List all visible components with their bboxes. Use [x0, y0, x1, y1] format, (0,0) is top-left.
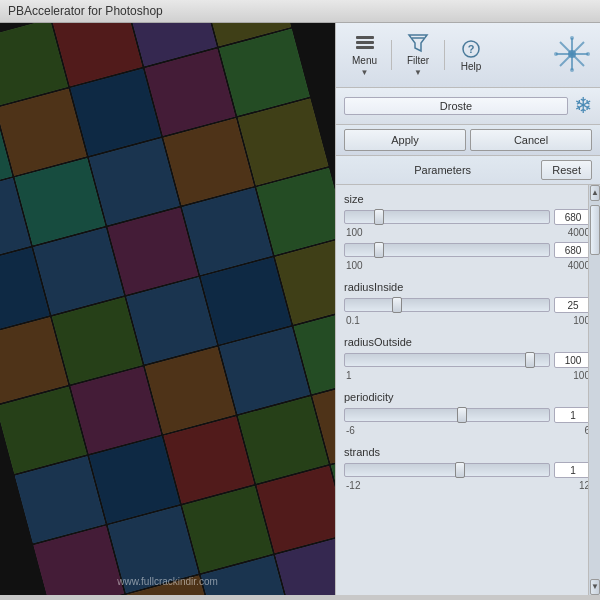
help-icon: ? [459, 39, 483, 59]
param-group-strands: strands 1 -12 12 [344, 446, 592, 491]
param-group-radiusOutside: radiusOutside 100 1 100 [344, 336, 592, 381]
param-group-radiusInside: radiusInside 25 0.1 100 [344, 281, 592, 326]
param-group-periodicity: periodicity 1 -6 6 [344, 391, 592, 436]
snowflake-decoration [552, 34, 592, 74]
slider-value-periodicity: 1 [554, 407, 592, 423]
slider-thumb-strands[interactable] [455, 462, 465, 478]
slider-row-radiusOutside: 100 [344, 352, 592, 368]
reset-button[interactable]: Reset [541, 160, 592, 180]
range-min-radiusOutside: 1 [346, 370, 352, 381]
svg-point-13 [570, 68, 574, 72]
scrollbar-thumb[interactable] [590, 205, 600, 255]
slider-value-radiusInside: 25 [554, 297, 592, 313]
params-scroll-wrapper: size 680 100 4000 [336, 185, 600, 595]
filter-arrow: ▼ [414, 68, 422, 77]
toolbar-divider-1 [391, 40, 392, 70]
range-min-size-1: 100 [346, 227, 363, 238]
slider-track-radiusInside[interactable] [344, 298, 550, 312]
slider-track-radiusOutside[interactable] [344, 353, 550, 367]
range-row-periodicity: -6 6 [344, 425, 592, 436]
param-group-size: size 680 100 4000 [344, 193, 592, 271]
menu-icon [353, 33, 377, 53]
svg-point-14 [554, 52, 558, 56]
slider-value-size-1: 680 [554, 209, 592, 225]
range-min-strands: -12 [346, 480, 360, 491]
filter-button[interactable]: Filter ▼ [398, 29, 438, 81]
slider-value-strands: 1 [554, 462, 592, 478]
slider-thumb-size-2[interactable] [374, 242, 384, 258]
apply-button[interactable]: Apply [344, 129, 466, 151]
snowflake-icon: ❄ [574, 93, 592, 119]
slider-row-strands: 1 [344, 462, 592, 478]
svg-point-12 [570, 36, 574, 40]
toolbar: Menu ▼ Filter ▼ ? [336, 23, 600, 88]
param-label-strands: strands [344, 446, 592, 458]
svg-point-11 [568, 50, 576, 58]
slider-row-radiusInside: 25 [344, 297, 592, 313]
range-min-periodicity: -6 [346, 425, 355, 436]
param-label-periodicity: periodicity [344, 391, 592, 403]
title-bar: PBAccelerator for Photoshop [0, 0, 600, 23]
range-max-size-2: 4000 [568, 260, 590, 271]
range-max-size-1: 4000 [568, 227, 590, 238]
range-min-size-2: 100 [346, 260, 363, 271]
scrollbar-up-arrow[interactable]: ▲ [590, 185, 600, 201]
slider-track-periodicity[interactable] [344, 408, 550, 422]
slider-thumb-size-1[interactable] [374, 209, 384, 225]
menu-arrow: ▼ [361, 68, 369, 77]
params-label: Parameters [344, 164, 541, 176]
right-panel: Menu ▼ Filter ▼ ? [335, 23, 600, 595]
slider-row-size-2: 680 [344, 242, 592, 258]
main-container: www.fullcrackindir.com Menu ▼ [0, 23, 600, 595]
svg-point-15 [586, 52, 590, 56]
range-row-radiusOutside: 1 100 [344, 370, 592, 381]
param-label-radiusOutside: radiusOutside [344, 336, 592, 348]
range-row-size-1: 100 4000 [344, 227, 592, 238]
slider-thumb-periodicity[interactable] [457, 407, 467, 423]
param-label-radiusInside: radiusInside [344, 281, 592, 293]
app-title: PBAccelerator for Photoshop [8, 4, 163, 18]
params-bar: Parameters Reset [336, 156, 600, 185]
range-min-radiusInside: 0.1 [346, 315, 360, 326]
slider-track-size-2[interactable] [344, 243, 550, 257]
svg-text:?: ? [468, 43, 475, 55]
filter-label: Filter [407, 55, 429, 66]
preview-collage: www.fullcrackindir.com [0, 23, 335, 595]
slider-value-radiusOutside: 100 [554, 352, 592, 368]
cancel-button[interactable]: Cancel [470, 129, 592, 151]
help-label: Help [461, 61, 482, 72]
svg-rect-1 [356, 41, 374, 44]
slider-thumb-radiusInside[interactable] [392, 297, 402, 313]
scrollbar-down-arrow[interactable]: ▼ [590, 579, 600, 595]
svg-rect-2 [356, 46, 374, 49]
watermark: www.fullcrackindir.com [117, 576, 218, 587]
slider-thumb-radiusOutside[interactable] [525, 352, 535, 368]
svg-rect-0 [356, 36, 374, 39]
action-bar: Apply Cancel [336, 125, 600, 156]
slider-track-size-1[interactable] [344, 210, 550, 224]
slider-track-strands[interactable] [344, 463, 550, 477]
range-row-size-2: 100 4000 [344, 260, 592, 271]
scrollbar[interactable]: ▲ ▼ [588, 185, 600, 595]
slider-value-size-2: 680 [554, 242, 592, 258]
preview-area: www.fullcrackindir.com [0, 23, 335, 595]
range-row-strands: -12 12 [344, 480, 592, 491]
menu-button[interactable]: Menu ▼ [344, 29, 385, 81]
menu-label: Menu [352, 55, 377, 66]
collage-grid [0, 23, 335, 595]
param-label-size: size [344, 193, 592, 205]
params-container: size 680 100 4000 [336, 185, 600, 509]
droste-bar: ❄ [336, 88, 600, 125]
toolbar-divider-2 [444, 40, 445, 70]
slider-row-size-1: 680 [344, 209, 592, 225]
range-row-radiusInside: 0.1 100 [344, 315, 592, 326]
droste-input[interactable] [344, 97, 568, 115]
slider-row-periodicity: 1 [344, 407, 592, 423]
help-button[interactable]: ? Help [451, 35, 491, 76]
filter-icon [406, 33, 430, 53]
